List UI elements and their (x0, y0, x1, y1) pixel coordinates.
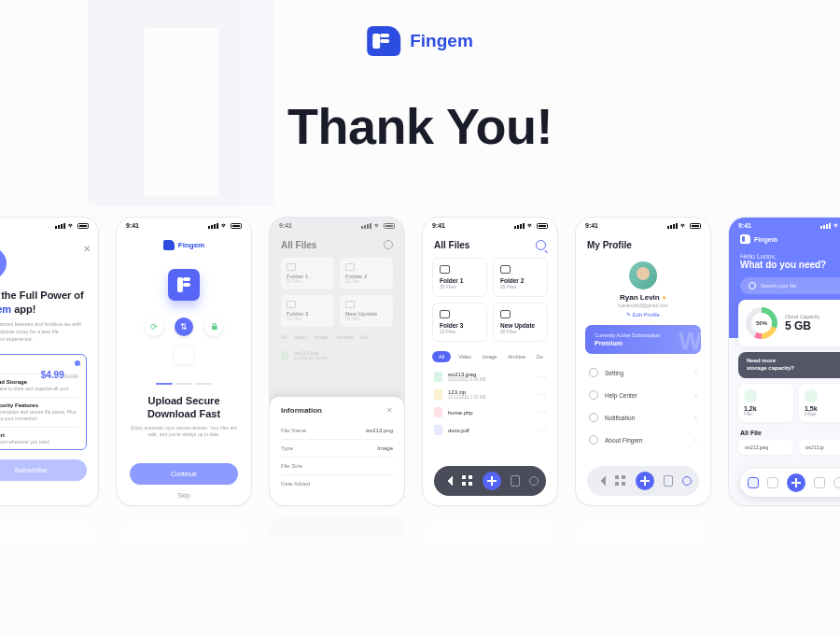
bottom-nav (434, 466, 546, 496)
nav-profile-icon[interactable] (529, 476, 539, 486)
stat-images[interactable]: 1,5kImage (799, 384, 840, 422)
feature-chips: ⟳ ⇅ 🔒︎ (117, 318, 251, 336)
help-icon (589, 390, 598, 400)
folder-icon (500, 265, 511, 274)
capacity-ring-icon: 50% (746, 307, 777, 339)
image-icon (805, 389, 818, 402)
nav-home-icon[interactable] (595, 475, 606, 487)
plan-card[interactable]: ium $4.99/month B Cloud Storagemple spac… (0, 354, 87, 450)
stat-files[interactable]: 1,2kFiles (738, 384, 793, 422)
nav-files-icon[interactable] (767, 477, 778, 488)
onboard-desc: Enjoy automatic sync across devices. You… (117, 425, 251, 439)
tab-image[interactable]: Image (479, 351, 500, 362)
folder-icon (500, 310, 511, 318)
menu-about[interactable]: About Fingem› (576, 429, 710, 451)
app-tile-icon (168, 269, 200, 301)
brand-small: Fingem (729, 231, 840, 247)
profile-email: ryanlevin03@gmail.com (576, 303, 710, 308)
file-row[interactable]: home.php⋯ (423, 403, 557, 421)
tab-doc[interactable]: Do (533, 351, 547, 362)
chevron-right-icon: › (694, 369, 697, 377)
search-icon[interactable] (384, 240, 393, 249)
page-indicator (117, 383, 251, 385)
nav-profile-icon[interactable] (833, 477, 840, 488)
tab-all[interactable]: All (432, 351, 451, 362)
menu-setting[interactable]: Setting› (576, 361, 710, 384)
bell-icon (589, 413, 598, 422)
fingem-logo-icon (740, 234, 750, 244)
menu-notification[interactable]: Notification› (576, 406, 710, 429)
status-bar: 9:41 ᯤ (423, 218, 557, 231)
paywall-heading: eash the Full Power of Fingem app! (0, 289, 98, 317)
capacity-card[interactable]: 50% Cloud Capacity5 GB › (738, 300, 840, 346)
file-row[interactable]: 123.zip12/12/2023 1.02 MB⋯ (423, 386, 557, 403)
nav-home-icon[interactable] (748, 477, 759, 488)
page-header: All Files (270, 231, 404, 258)
nav-add-button[interactable] (787, 473, 805, 492)
nav-add-button[interactable] (483, 472, 501, 490)
nav-add-button[interactable] (636, 472, 654, 490)
brand-lockup: Fingem (367, 26, 473, 56)
brand-small: Fingem (117, 240, 251, 250)
decorative-bg-shape (88, 0, 274, 205)
nav-files-icon[interactable] (462, 475, 473, 487)
gear-icon (589, 368, 598, 377)
mockup-all-files: 9:41 ᯤ All Files Folder 130 Files Folder… (422, 217, 558, 506)
nav-docs-icon[interactable] (664, 475, 673, 487)
status-bar: 9:41 ᯤ (270, 218, 404, 231)
plan-name: ium (0, 360, 78, 369)
upgrade-banner[interactable]: Need more storage capacity? › (738, 352, 840, 378)
status-bar: 9:41 ᯤ (0, 218, 98, 231)
info-icon (589, 435, 598, 444)
mockup-home: 9:41 ᯤ Fingem Hello Lunox, What do you n… (728, 217, 840, 506)
sync-icon: ⟳ (145, 318, 163, 336)
selected-dot-icon (75, 360, 80, 366)
mockup-info-sheet: 9:41 ᯤ All Files Folder 130 Files Folder… (269, 217, 405, 506)
bottom-nav (740, 469, 840, 497)
close-icon[interactable]: ✕ (83, 244, 91, 254)
skip-button[interactable]: Skip (117, 492, 251, 499)
page-header: All Files (434, 240, 469, 250)
continue-button[interactable]: Continue (130, 463, 238, 485)
search-icon[interactable] (536, 240, 546, 250)
nav-docs-icon[interactable] (511, 475, 520, 487)
tab-archive[interactable]: Archive (504, 351, 528, 362)
folder-card[interactable]: Folder 130 Files (432, 258, 487, 297)
nav-docs-icon[interactable] (814, 477, 825, 488)
brand-name: Fingem (410, 31, 473, 51)
menu-help[interactable]: Help Center› (576, 384, 710, 406)
file-card[interactable]: ws213.jp (799, 440, 840, 455)
search-input[interactable]: Search your file (740, 277, 840, 294)
status-bar: 9:41 ᯤ (576, 218, 710, 231)
edit-profile-button[interactable]: ✎ Edit Profile (576, 311, 710, 318)
subscription-banner[interactable]: Currently Active Subscription Premium W\ (585, 325, 701, 354)
tab-video[interactable]: Video (455, 351, 475, 362)
more-icon[interactable]: ⋯ (539, 390, 546, 399)
file-card[interactable]: ws213.jpeg (738, 440, 793, 455)
folder-card[interactable]: Folder 225 Files (493, 258, 548, 297)
transfer-icon: ⇅ (175, 318, 193, 336)
section-heading: All File (729, 422, 840, 440)
file-row[interactable]: docs.pdf⋯ (423, 421, 557, 439)
filter-tabs: All Video Image Archive Do (423, 342, 557, 368)
folder-card[interactable]: Folder 310 Files (432, 303, 487, 342)
greeting: Hello Lunox, What do you need? (729, 247, 840, 272)
page-header: My Profile (587, 240, 632, 250)
close-icon[interactable]: ✕ (386, 406, 393, 415)
files-icon (744, 389, 757, 402)
nav-home-icon[interactable] (441, 475, 453, 487)
folder-icon (440, 310, 450, 318)
file-row[interactable]: ws213.jpeg12/13/2023 5.03 MB⋯ (423, 368, 557, 386)
search-icon (749, 282, 756, 289)
folder-card[interactable]: New Update20 Files (493, 303, 548, 342)
subscribe-button[interactable]: Subscribe (0, 459, 87, 481)
nav-profile-icon[interactable] (682, 476, 692, 486)
status-bar: 9:41 ᯤ (729, 218, 840, 231)
status-bar: 9:41 ᯤ (117, 218, 251, 231)
more-icon[interactable]: ⋯ (539, 373, 546, 381)
mockup-paywall: 9:41 ᯤ ✕ ⚡︎ eash the Full Power of Finge… (0, 217, 99, 506)
avatar[interactable] (629, 261, 657, 289)
mockup-onboarding: 9:41 ᯤ Fingem ⟳ ⇅ 🔒︎ Upload Secure Downl… (116, 217, 252, 506)
nav-files-icon[interactable] (615, 475, 626, 487)
page-title: Thank You! (287, 97, 553, 155)
